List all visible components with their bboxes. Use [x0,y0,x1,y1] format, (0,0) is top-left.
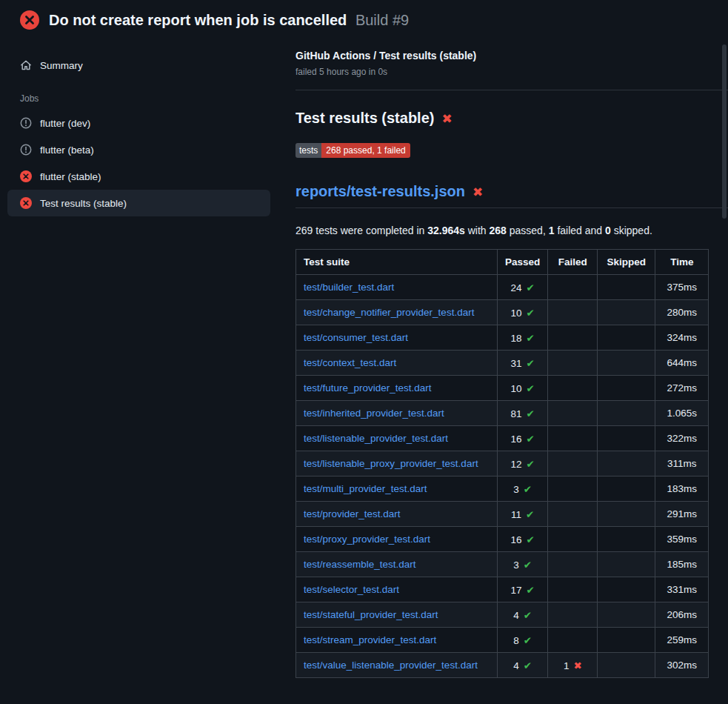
test-suite-link[interactable]: test/selector_test.dart [304,584,399,595]
table-row: test/reassemble_test.dart3✔185ms [296,552,709,577]
test-suite-link[interactable]: test/stateful_provider_test.dart [304,609,438,620]
test-suite-link[interactable]: test/context_test.dart [304,357,396,368]
failed-count-cell [548,527,598,552]
check-icon: ✔ [527,332,535,344]
time-cell: 322ms [655,426,709,451]
failed-status-icon [20,10,39,30]
summary-segment: 269 tests were completed in [295,225,427,236]
alert-circle-icon [20,117,32,129]
test-suite-cell: test/change_notifier_provider_test.dart [296,300,498,325]
test-suite-cell: test/listenable_proxy_provider_test.dart [296,451,498,476]
test-suite-link[interactable]: test/multi_provider_test.dart [304,483,427,494]
check-icon: ✔ [527,408,535,419]
skipped-cell [598,577,655,602]
test-suite-cell: test/listenable_provider_test.dart [296,426,498,451]
results-table-head-row: Test suitePassedFailedSkippedTime [296,250,709,275]
check-icon: ✔ [527,433,535,445]
failed-count-cell [548,325,598,351]
skipped-cell [598,401,655,426]
build-number: Build #9 [355,12,409,28]
test-suite-link[interactable]: test/reassemble_test.dart [304,559,416,570]
check-icon: ✔ [527,534,535,545]
passed-count: 3 [513,484,519,495]
test-suite-cell: test/provider_test.dart [296,502,498,527]
test-suite-link[interactable]: test/listenable_proxy_provider_test.dart [304,458,478,469]
passed-count-cell: 10✔ [498,376,548,401]
failed-count-cell [548,275,598,300]
tests-badge: tests 268 passed, 1 failed [295,143,410,158]
failed-count-cell [548,602,598,628]
passed-count: 16 [510,534,521,545]
passed-count: 3 [513,559,519,571]
x-circle-icon [20,170,32,182]
test-suite-link[interactable]: test/stream_provider_test.dart [304,634,436,645]
test-suite-link[interactable]: test/value_listenable_provider_test.dart [304,660,478,671]
test-suite-link[interactable]: test/builder_test.dart [304,282,394,293]
test-suite-link[interactable]: test/inherited_provider_test.dart [304,408,444,419]
summary-text: 269 tests were completed in 32.964s with… [295,225,728,236]
passed-count-cell: 8✔ [498,628,548,653]
table-row: test/consumer_test.dart18✔324ms [296,325,709,351]
time-cell: 644ms [655,351,709,376]
table-row: test/multi_provider_test.dart3✔183ms [296,476,709,502]
sidebar-item-flutter-dev[interactable]: flutter (dev) [7,110,270,136]
build-header: Do not create report when job is cancell… [0,0,728,37]
test-suite-link[interactable]: test/proxy_provider_test.dart [304,534,430,545]
test-suite-cell: test/stream_provider_test.dart [296,628,498,653]
check-icon: ✔ [524,483,532,495]
skipped-cell [598,275,655,300]
sidebar-item-test-results-stable[interactable]: Test results (stable) [7,190,270,216]
skipped-cell [598,300,655,325]
report-link[interactable]: reports/test-results.json [295,183,465,200]
home-icon [20,59,32,71]
passed-count: 16 [510,434,521,445]
passed-count-cell: 12✔ [498,451,548,476]
build-name: Do not create report when job is cancell… [49,12,347,28]
check-icon: ✔ [527,458,535,470]
passed-count-cell: 16✔ [498,426,548,451]
scrollbar-thumb[interactable] [722,44,727,219]
table-row: test/inherited_provider_test.dart81✔1.06… [296,401,709,426]
passed-count: 10 [510,308,521,319]
test-suite-link[interactable]: test/consumer_test.dart [304,332,408,343]
skipped-cell [598,325,655,351]
sidebar-item-flutter-beta[interactable]: flutter (beta) [7,136,270,163]
check-icon: ✔ [527,382,535,394]
x-circle-icon [20,197,32,209]
sidebar-item-label: flutter (stable) [40,171,101,182]
check-icon: ✔ [524,559,532,571]
badge-value: 268 passed, 1 failed [321,143,410,158]
skipped-cell [598,426,655,451]
skipped-cell [598,552,655,577]
time-cell: 375ms [655,275,709,300]
time-cell: 183ms [655,476,709,502]
passed-count: 4 [513,610,519,621]
passed-count-cell: 31✔ [498,351,548,376]
page-title: Do not create report when job is cancell… [49,12,409,29]
table-row: test/stateful_provider_test.dart4✔206ms [296,602,709,628]
time-cell: 331ms [655,577,709,602]
sidebar-item-flutter-stable[interactable]: flutter (stable) [7,163,270,190]
passed-count-cell: 81✔ [498,401,548,426]
summary-passed: 268 [490,225,507,236]
sidebar-item-label: Test results (stable) [40,198,127,209]
test-suite-link[interactable]: test/future_provider_test.dart [304,382,432,393]
failed-count-cell [548,451,598,476]
passed-count-cell: 17✔ [498,577,548,602]
skipped-cell [598,628,655,653]
column-header: Passed [498,250,548,275]
test-suite-link[interactable]: test/listenable_provider_test.dart [304,433,448,444]
test-suite-cell: test/stateful_provider_test.dart [296,602,498,628]
main-content: GitHub Actions / Test results (stable) f… [278,37,728,678]
failed-count-cell [548,628,598,653]
passed-count-cell: 11✔ [498,502,548,527]
results-table: Test suitePassedFailedSkippedTime test/b… [295,249,709,678]
test-suite-link[interactable]: test/provider_test.dart [304,508,401,519]
sidebar-item-summary[interactable]: Summary [7,52,270,79]
passed-count: 10 [510,383,521,394]
passed-count-cell: 3✔ [498,476,548,502]
skipped-cell [598,476,655,502]
x-icon: ✖ [441,111,452,126]
passed-count-cell: 4✔ [498,602,548,628]
test-suite-link[interactable]: test/change_notifier_provider_test.dart [304,307,474,318]
